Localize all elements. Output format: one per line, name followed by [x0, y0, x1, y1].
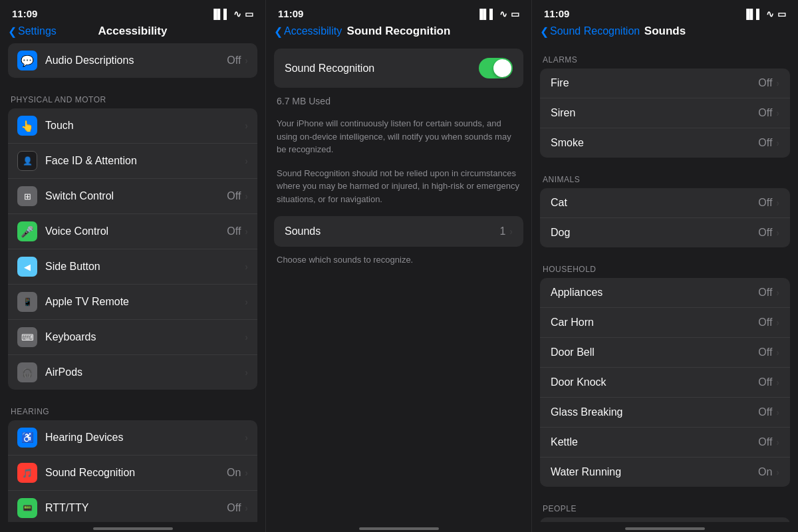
smoke-item[interactable]: Smoke Off ›: [540, 128, 790, 158]
car-horn-label: Car Horn: [551, 317, 594, 329]
nav-bar-3: ❮ Sound Recognition Sounds: [532, 22, 798, 43]
doorknock-label: Door Knock: [551, 376, 606, 388]
signal-icon: ▐▌▌: [476, 9, 496, 19]
battery-icon: ▭: [245, 9, 253, 19]
baby-crying-item[interactable]: Baby Crying Off ›: [540, 517, 790, 522]
glass-breaking-value: Off: [758, 406, 772, 418]
panel-accessibility: 11:09 ▐▌▌ ∿ ▭ ❮ Settings Accessibility 💬…: [0, 0, 266, 532]
home-indicator-2: [359, 527, 439, 530]
sr-toggle-label: Sound Recognition: [285, 63, 374, 74]
chevron-icon: ›: [776, 407, 779, 418]
back-sound-recognition-button[interactable]: ❮ Sound Recognition: [540, 25, 640, 38]
airpods-item[interactable]: 🎧 AirPods ›: [8, 355, 257, 390]
cat-item[interactable]: Cat Off ›: [540, 188, 790, 218]
description-1: Your iPhone will continuously listen for…: [266, 112, 531, 167]
appletv-item[interactable]: 📱 Apple TV Remote ›: [8, 285, 257, 320]
back-label-2: Accessibility: [284, 25, 342, 37]
kettle-item[interactable]: Kettle Off ›: [540, 428, 790, 458]
dog-item[interactable]: Dog Off ›: [540, 218, 790, 247]
chevron-icon: ›: [245, 297, 248, 307]
switch-control-item[interactable]: ⊞ Switch Control Off ›: [8, 179, 257, 214]
doorbell-label: Door Bell: [551, 346, 595, 358]
physical-group: 👆 Touch › 👤 Face ID & Attention › ⊞ Swit…: [8, 108, 257, 390]
chevron-icon: ›: [776, 347, 779, 358]
chevron-sounds-icon: ›: [509, 226, 513, 237]
sounds-label: Sounds: [285, 225, 321, 237]
sound-recognition-item[interactable]: 🎵 Sound Recognition On ›: [8, 456, 257, 491]
glass-breaking-label: Glass Breaking: [551, 406, 623, 418]
status-icons-2: ▐▌▌ ∿ ▭: [476, 9, 519, 19]
sounds-count: 1: [499, 225, 505, 237]
back-settings-button[interactable]: ❮ Settings: [8, 25, 57, 38]
voice-value: Off: [227, 225, 241, 237]
side-btn-label: Side Button: [45, 261, 245, 273]
chevron-icon: ›: [245, 432, 248, 443]
chevron-icon: ›: [245, 55, 248, 66]
smoke-label: Smoke: [551, 137, 584, 149]
toggle-knob: [493, 59, 511, 77]
nav-bar-2: ❮ Accessibility Sound Recognition: [266, 22, 531, 43]
home-indicator-1: [93, 527, 173, 530]
chevron-icon: ›: [245, 156, 248, 166]
touch-label: Touch: [45, 120, 245, 132]
side-button-item[interactable]: ◀ Side Button ›: [8, 249, 257, 285]
glass-breaking-item[interactable]: Glass Breaking Off ›: [540, 398, 790, 428]
mb-used: 6.7 MB Used: [266, 93, 531, 112]
switch-label: Switch Control: [45, 190, 227, 202]
hearing-label: Hearing Devices: [45, 432, 245, 444]
time-1: 11:09: [12, 8, 37, 19]
kettle-label: Kettle: [551, 436, 578, 448]
siren-item[interactable]: Siren Off ›: [540, 98, 790, 128]
sounds-row[interactable]: Sounds 1 ›: [274, 216, 523, 247]
car-horn-value: Off: [758, 317, 772, 329]
chevron-icon: ›: [245, 261, 248, 272]
smoke-value: Off: [758, 137, 772, 149]
doorknock-item[interactable]: Door Knock Off ›: [540, 368, 790, 398]
alarms-group: Fire Off › Siren Off › Smoke Off ›: [540, 68, 790, 158]
keyboards-label: Keyboards: [45, 331, 245, 343]
status-bar-2: 11:09 ▐▌▌ ∿ ▭: [266, 0, 531, 22]
cat-label: Cat: [551, 197, 567, 209]
appliances-item[interactable]: Appliances Off ›: [540, 278, 790, 308]
panel3-content: ALARMS Fire Off › Siren Off › Smoke Off: [532, 43, 798, 522]
doorbell-value: Off: [758, 346, 772, 358]
people-header: PEOPLE: [532, 492, 798, 517]
fire-item[interactable]: Fire Off ›: [540, 68, 790, 98]
signal-icon: ▐▌▌: [743, 9, 763, 19]
voice-control-item[interactable]: 🎤 Voice Control Off ›: [8, 214, 257, 249]
section-physical-header: PHYSICAL AND MOTOR: [0, 83, 265, 108]
faceid-item[interactable]: 👤 Face ID & Attention ›: [8, 144, 257, 179]
sound-recognition-toggle[interactable]: [479, 58, 513, 78]
panel1-title: Accessibility: [98, 25, 168, 38]
water-running-item[interactable]: Water Running On ›: [540, 458, 790, 487]
panel2-content: Sound Recognition 6.7 MB Used Your iPhon…: [266, 43, 531, 522]
kettle-value: Off: [758, 436, 772, 448]
top-item-group: 💬 Audio Descriptions Off ›: [8, 43, 257, 78]
hearing-devices-item[interactable]: ♿ Hearing Devices ›: [8, 420, 257, 456]
chevron-icon: ›: [776, 377, 779, 388]
touch-item[interactable]: 👆 Touch ›: [8, 108, 257, 144]
chevron-icon: ›: [776, 138, 779, 148]
chevron-icon: ›: [776, 317, 779, 328]
appliances-label: Appliances: [551, 287, 602, 299]
sound-rec-icon: 🎵: [17, 463, 37, 483]
choose-sounds-text: Choose which sounds to recognize.: [266, 252, 531, 267]
chevron-icon: ›: [776, 437, 779, 448]
household-group: Appliances Off › Car Horn Off › Door Bel…: [540, 278, 790, 487]
back-accessibility-button[interactable]: ❮ Accessibility: [274, 25, 342, 38]
chevron-back-icon: ❮: [274, 25, 283, 38]
people-group: Baby Crying Off › Coughing Off ›: [540, 517, 790, 522]
hearing-group: ♿ Hearing Devices › 🎵 Sound Recognition …: [8, 420, 257, 522]
status-icons-1: ▐▌▌ ∿ ▭: [210, 9, 253, 19]
audio-descriptions-item[interactable]: 💬 Audio Descriptions Off ›: [8, 43, 257, 78]
household-header: HOUSEHOLD: [532, 253, 798, 278]
audio-desc-label: Audio Descriptions: [45, 55, 227, 66]
chevron-icon: ›: [776, 198, 779, 208]
voice-icon: 🎤: [17, 221, 37, 241]
doorbell-item[interactable]: Door Bell Off ›: [540, 338, 790, 368]
wifi-icon: ∿: [766, 9, 774, 19]
rtt-item[interactable]: 📟 RTT/TTY Off ›: [8, 491, 257, 522]
status-icons-3: ▐▌▌ ∿ ▭: [743, 9, 786, 19]
keyboards-item[interactable]: ⌨ Keyboards ›: [8, 320, 257, 355]
car-horn-item[interactable]: Car Horn Off ›: [540, 308, 790, 338]
